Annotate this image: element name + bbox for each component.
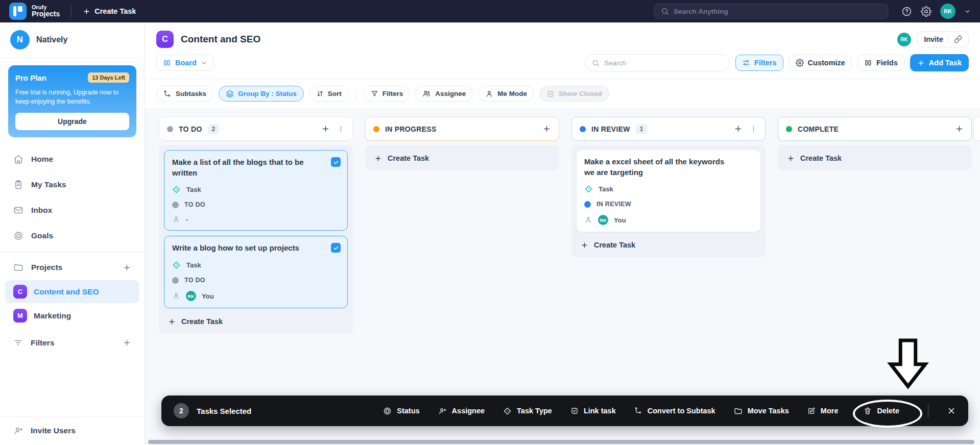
toolbar-filters-button[interactable]: Filters bbox=[364, 86, 411, 102]
add-card-icon[interactable] bbox=[955, 125, 964, 133]
bulk-delete-button[interactable]: Delete bbox=[864, 407, 899, 415]
bulk-move-tasks-button[interactable]: Move Tasks bbox=[734, 407, 789, 415]
board-search-input[interactable] bbox=[604, 59, 723, 67]
orufy-logo-icon bbox=[9, 3, 27, 20]
column-name: TO DO bbox=[179, 125, 202, 133]
add-card-icon[interactable] bbox=[734, 125, 743, 133]
sidebar-item-home[interactable]: Home bbox=[0, 146, 145, 172]
app-logo[interactable]: Orufy Projects bbox=[9, 3, 60, 20]
sidebar-item-inbox[interactable]: Inbox bbox=[0, 197, 145, 223]
assignee-filter-button[interactable]: Assignee bbox=[415, 86, 473, 102]
link-icon[interactable] bbox=[954, 35, 962, 43]
help-icon[interactable] bbox=[901, 6, 912, 17]
global-search-input[interactable] bbox=[674, 8, 881, 15]
settings-gear-icon[interactable] bbox=[921, 6, 931, 17]
diamond-icon bbox=[503, 407, 512, 415]
member-avatar[interactable]: RK bbox=[897, 33, 911, 46]
me-mode-toggle[interactable]: Me Mode bbox=[478, 86, 534, 102]
view-switcher-board[interactable]: Board bbox=[156, 55, 214, 71]
task-title: Make a list of all the blogs that to be … bbox=[172, 157, 340, 178]
sidebar-divider bbox=[0, 252, 145, 252]
bulk-link-task-button[interactable]: Link task bbox=[570, 407, 616, 415]
sidebar-item-goals[interactable]: Goals bbox=[0, 223, 145, 249]
create-task-row[interactable]: Create Task bbox=[577, 237, 760, 252]
view-name: Board bbox=[175, 59, 197, 67]
add-filter-icon[interactable] bbox=[123, 338, 131, 347]
task-card[interactable]: Make a list of all the blogs that to be … bbox=[164, 150, 348, 231]
task-status-row: TO DO bbox=[172, 201, 340, 208]
sidebar: N Natively Pro Plan 13 Days Left Free tr… bbox=[0, 22, 145, 445]
add-task-button[interactable]: Add Task bbox=[910, 54, 969, 71]
plus-icon bbox=[83, 8, 90, 15]
sort-button[interactable]: Sort bbox=[309, 86, 349, 102]
bulk-convert-subtask-button[interactable]: Convert to Subtask bbox=[634, 407, 715, 415]
fields-button[interactable]: Fields bbox=[857, 55, 904, 71]
add-project-icon[interactable] bbox=[123, 263, 131, 272]
task-card[interactable]: Make a excel sheet of all the keywords w… bbox=[577, 150, 760, 232]
task-assignee-row: RK You bbox=[172, 291, 340, 301]
task-status-row: TO DO bbox=[172, 277, 340, 284]
home-icon bbox=[13, 154, 23, 164]
create-task-row[interactable]: Create Task bbox=[783, 150, 967, 165]
person-icon bbox=[172, 215, 180, 224]
column-menu-icon[interactable] bbox=[750, 125, 757, 133]
global-search[interactable] bbox=[654, 4, 888, 19]
bulk-more-button[interactable]: More bbox=[807, 407, 839, 415]
column-name: IN PROGRESS bbox=[385, 125, 437, 133]
column-header-in-progress[interactable]: IN PROGRESS bbox=[365, 117, 559, 141]
subtasks-toggle[interactable]: Subtasks bbox=[156, 86, 213, 102]
create-task-button[interactable]: Create Task bbox=[83, 7, 136, 15]
add-card-icon[interactable] bbox=[542, 125, 551, 133]
horizontal-scrollbar[interactable] bbox=[148, 440, 974, 444]
invite-label: Invite bbox=[924, 35, 943, 43]
sidebar-item-my-tasks[interactable]: My Tasks bbox=[0, 172, 145, 197]
bulk-status-button[interactable]: Status bbox=[383, 407, 419, 415]
close-icon[interactable] bbox=[947, 406, 956, 415]
create-task-row[interactable]: Create Task bbox=[370, 150, 554, 165]
status-dot-in-progress bbox=[373, 126, 379, 132]
invite-users-button[interactable]: Invite Users bbox=[0, 416, 145, 445]
folder-icon bbox=[734, 407, 743, 415]
sidebar-section-filters[interactable]: Filters bbox=[0, 331, 145, 355]
page-title: Content and SEO bbox=[181, 34, 260, 45]
task-assignee-row: - bbox=[172, 215, 340, 224]
workspace-switcher[interactable]: N Natively bbox=[0, 22, 145, 58]
show-closed-toggle[interactable]: Show Closed bbox=[539, 86, 609, 102]
search-icon bbox=[592, 59, 600, 67]
sidebar-item-label: Inbox bbox=[31, 206, 52, 215]
task-title: Write a blog how to set up projects bbox=[172, 243, 340, 254]
project-label: Content and SEO bbox=[34, 287, 99, 296]
sidebar-project-content-and-seo[interactable]: C Content and SEO bbox=[5, 280, 139, 303]
customize-button[interactable]: Customize bbox=[789, 55, 852, 71]
column-menu-icon[interactable] bbox=[337, 125, 345, 133]
plus-icon bbox=[581, 241, 588, 249]
bulk-task-type-button[interactable]: Task Type bbox=[503, 407, 552, 415]
add-card-icon[interactable] bbox=[321, 125, 330, 133]
assignee-label: You bbox=[202, 292, 214, 300]
invite-button[interactable]: Invite bbox=[917, 31, 969, 47]
sidebar-section-projects[interactable]: Projects bbox=[0, 255, 145, 280]
upgrade-button[interactable]: Upgrade bbox=[15, 113, 129, 130]
app-window: Orufy Projects Create Task RK N Natively bbox=[0, 0, 980, 445]
project-header: C Content and SEO RK Invite bbox=[145, 22, 980, 50]
sidebar-project-marketing[interactable]: M Marketing bbox=[5, 304, 139, 327]
column-header-in-review[interactable]: IN REVIEW 1 bbox=[571, 117, 766, 141]
task-title: Make a excel sheet of all the keywords w… bbox=[584, 157, 753, 178]
column-header-todo[interactable]: TO DO 2 bbox=[159, 117, 353, 141]
task-type-icon bbox=[172, 185, 181, 194]
sliders-icon bbox=[742, 59, 750, 67]
user-avatar[interactable]: RK bbox=[940, 4, 955, 19]
task-status-row: IN REVIEW bbox=[584, 201, 753, 208]
bulk-assignee-button[interactable]: Assignee bbox=[438, 407, 485, 415]
person-icon bbox=[485, 90, 493, 98]
group-by-status-button[interactable]: Group By : Status bbox=[219, 86, 304, 102]
selected-label: Tasks Selected bbox=[197, 407, 251, 415]
chevron-down-icon[interactable] bbox=[964, 8, 971, 15]
filters-button[interactable]: Filters bbox=[735, 55, 783, 71]
checkbox-checked-icon[interactable] bbox=[331, 157, 341, 167]
task-card[interactable]: Write a blog how to set up projects Task… bbox=[164, 236, 348, 308]
create-task-row[interactable]: Create Task bbox=[164, 313, 348, 329]
column-header-complete[interactable]: COMPLETE bbox=[778, 117, 972, 141]
board-search[interactable] bbox=[585, 54, 730, 71]
checkbox-checked-icon[interactable] bbox=[331, 243, 341, 253]
